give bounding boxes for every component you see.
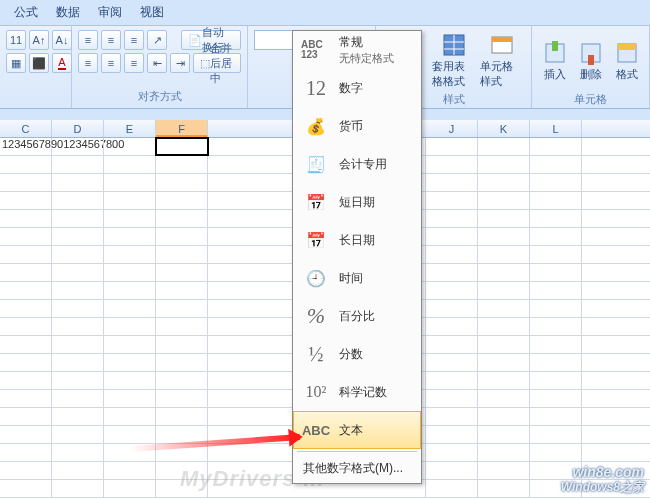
- align-center-button[interactable]: ≡: [101, 53, 121, 73]
- format-option-scientific[interactable]: 10² 科学记数: [293, 373, 421, 411]
- fraction-icon: ½: [301, 343, 331, 366]
- watermark-win8e: win8e.com Windows8之家: [561, 465, 644, 494]
- align-right-button[interactable]: ≡: [124, 53, 144, 73]
- format-option-accounting[interactable]: 🧾 会计专用: [293, 145, 421, 183]
- col-header-f[interactable]: F: [156, 120, 208, 137]
- align-bottom-button[interactable]: ≡: [124, 30, 144, 50]
- svg-rect-8: [492, 37, 512, 42]
- cell-styles-button[interactable]: 单元格样式: [479, 30, 525, 92]
- format-option-currency[interactable]: 💰 货币: [293, 107, 421, 145]
- tab-review[interactable]: 审阅: [98, 4, 122, 21]
- font-color-icon: A: [58, 56, 65, 70]
- format-option-longdate[interactable]: 📅 长日期: [293, 221, 421, 259]
- currency-icon: 💰: [301, 117, 331, 136]
- grow-font-button[interactable]: A↑: [29, 30, 49, 50]
- font-group-label: [6, 92, 65, 104]
- shrink-font-button[interactable]: A↓: [52, 30, 72, 50]
- time-icon: 🕘: [301, 269, 331, 288]
- col-header-c[interactable]: C: [0, 120, 52, 137]
- border-icon: ▦: [11, 57, 21, 70]
- general-icon: ABC123: [301, 40, 331, 60]
- svg-rect-14: [618, 44, 636, 50]
- format-option-time[interactable]: 🕘 时间: [293, 259, 421, 297]
- tab-formulas[interactable]: 公式: [14, 4, 38, 21]
- format-option-fraction[interactable]: ½ 分数: [293, 335, 421, 373]
- more-number-formats[interactable]: 其他数字格式(M)...: [293, 454, 421, 483]
- col-header-d[interactable]: D: [52, 120, 104, 137]
- table-format-icon: [442, 33, 466, 57]
- insert-icon: [543, 41, 567, 65]
- align-left-button[interactable]: ≡: [78, 53, 98, 73]
- alignment-group: ≡ ≡ ≡ ↗ 📄 自动换行 ≡ ≡ ≡ ⇤ ⇥ ⬚ 合并后居中: [72, 26, 248, 108]
- col-header-j[interactable]: J: [426, 120, 478, 137]
- fill-icon: ⬛: [32, 57, 46, 70]
- col-header-k[interactable]: K: [478, 120, 530, 137]
- svg-rect-10: [552, 41, 558, 51]
- menu-tabs: 公式 数据 审阅 视图: [0, 0, 650, 25]
- number-icon: 12: [301, 77, 331, 100]
- delete-cells-button[interactable]: 删除: [574, 30, 607, 92]
- font-group: 11 A↑ A↓ ▦ ⬛ A: [0, 26, 72, 108]
- border-button[interactable]: ▦: [6, 53, 26, 73]
- wrap-icon: 📄: [188, 34, 202, 47]
- align-top-button[interactable]: ≡: [78, 30, 98, 50]
- format-option-percent[interactable]: % 百分比: [293, 297, 421, 335]
- accounting-icon: 🧾: [301, 155, 331, 174]
- longdate-icon: 📅: [301, 231, 331, 250]
- cells-group: 插入 删除 格式 单元格: [532, 26, 650, 108]
- font-size-box[interactable]: 11: [6, 30, 26, 50]
- cell-styles-icon: [490, 33, 514, 57]
- indent-dec-button[interactable]: ⇤: [147, 53, 167, 73]
- format-option-number[interactable]: 12 数字: [293, 69, 421, 107]
- fill-color-button[interactable]: ⬛: [29, 53, 49, 73]
- cell-c1[interactable]: 12345678901234567800: [0, 138, 52, 155]
- svg-rect-12: [588, 55, 594, 65]
- dropdown-separator: [297, 451, 417, 452]
- percent-icon: %: [301, 303, 331, 329]
- cell-e1[interactable]: [104, 138, 156, 155]
- tab-view[interactable]: 视图: [140, 4, 164, 21]
- cells-group-label: 单元格: [538, 92, 643, 107]
- format-icon: [615, 41, 639, 65]
- delete-icon: [579, 41, 603, 65]
- format-as-table-button[interactable]: 套用表格格式: [431, 30, 477, 92]
- font-color-button[interactable]: A: [52, 53, 72, 73]
- merge-icon: ⬚: [200, 57, 210, 70]
- orientation-button[interactable]: ↗: [147, 30, 167, 50]
- alignment-group-label: 对齐方式: [78, 89, 241, 104]
- indent-inc-button[interactable]: ⇥: [170, 53, 190, 73]
- col-header-e[interactable]: E: [104, 120, 156, 137]
- align-middle-button[interactable]: ≡: [101, 30, 121, 50]
- cell-f1-selected[interactable]: [156, 138, 208, 155]
- tab-data[interactable]: 数据: [56, 4, 80, 21]
- col-header-l[interactable]: L: [530, 120, 582, 137]
- insert-cells-button[interactable]: 插入: [538, 30, 571, 92]
- number-format-dropdown: ABC123 常规无特定格式 12 数字 💰 货币 🧾 会计专用 📅 短日期 📅…: [292, 30, 422, 484]
- format-option-shortdate[interactable]: 📅 短日期: [293, 183, 421, 221]
- format-option-general[interactable]: ABC123 常规无特定格式: [293, 31, 421, 69]
- cell-d1[interactable]: [52, 138, 104, 155]
- shortdate-icon: 📅: [301, 193, 331, 212]
- format-cells-button[interactable]: 格式: [610, 30, 643, 92]
- merge-center-button[interactable]: ⬚ 合并后居中: [193, 53, 241, 73]
- scientific-icon: 10²: [301, 383, 331, 401]
